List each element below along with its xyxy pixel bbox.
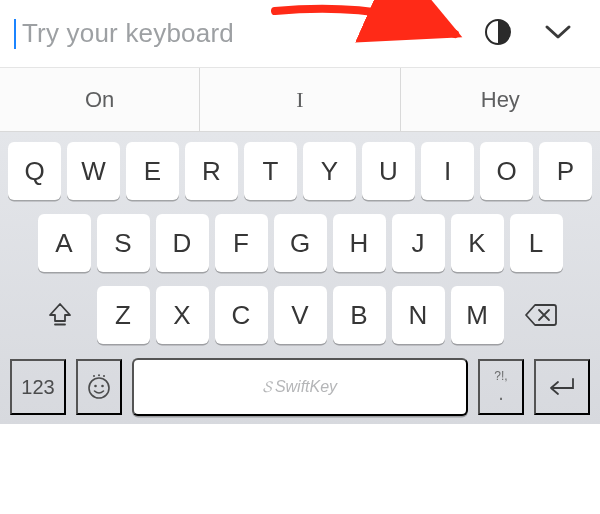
key-b[interactable]: B (333, 286, 386, 344)
svg-point-5 (93, 375, 95, 377)
key-i[interactable]: I (421, 142, 474, 200)
key-n[interactable]: N (392, 286, 445, 344)
key-h[interactable]: H (333, 214, 386, 272)
shift-icon (46, 301, 74, 329)
return-key[interactable] (534, 359, 590, 415)
key-v[interactable]: V (274, 286, 327, 344)
backspace-icon (524, 302, 558, 328)
suggestion-item[interactable]: Hey (400, 68, 600, 131)
key-y[interactable]: Y (303, 142, 356, 200)
punctuation-key[interactable]: ?!, . (478, 359, 524, 415)
space-key[interactable]: SwiftKey (132, 358, 468, 416)
key-row-2: A S D F G H J K L (4, 214, 596, 272)
key-x[interactable]: X (156, 286, 209, 344)
key-p[interactable]: P (539, 142, 592, 200)
backspace-key[interactable] (510, 286, 572, 344)
key-q[interactable]: Q (8, 142, 61, 200)
space-brand-label: SwiftKey (263, 378, 337, 396)
contrast-icon[interactable] (484, 18, 512, 50)
numeric-key[interactable]: 123 (10, 359, 66, 415)
key-row-1: Q W E R T Y U I O P (4, 142, 596, 200)
svg-point-6 (98, 374, 100, 376)
svg-point-3 (94, 385, 97, 388)
emoji-key[interactable] (76, 359, 122, 415)
key-f[interactable]: F (215, 214, 268, 272)
key-m[interactable]: M (451, 286, 504, 344)
suggestion-bar: On I Hey (0, 68, 600, 132)
chevron-down-icon[interactable] (538, 19, 578, 49)
shift-key[interactable] (29, 286, 91, 344)
suggestion-item[interactable]: On (0, 68, 199, 131)
text-caret (14, 19, 16, 49)
keyboard-try-input[interactable]: Try your keyboard (22, 18, 484, 49)
return-icon (545, 374, 579, 400)
key-e[interactable]: E (126, 142, 179, 200)
key-row-4: 123 SwiftKey ?!, . (4, 358, 596, 418)
key-g[interactable]: G (274, 214, 327, 272)
key-d[interactable]: D (156, 214, 209, 272)
key-row-3: Z X C V B N M (4, 286, 596, 344)
keyboard: Q W E R T Y U I O P A S D F G H J K L Z … (0, 132, 600, 424)
punct-main: . (498, 382, 504, 404)
key-l[interactable]: L (510, 214, 563, 272)
emoji-icon (85, 373, 113, 401)
key-j[interactable]: J (392, 214, 445, 272)
svg-point-4 (101, 385, 104, 388)
input-header: Try your keyboard (0, 0, 600, 68)
key-w[interactable]: W (67, 142, 120, 200)
key-t[interactable]: T (244, 142, 297, 200)
key-c[interactable]: C (215, 286, 268, 344)
svg-point-7 (103, 375, 105, 377)
header-icons (484, 18, 586, 50)
svg-point-2 (89, 378, 109, 398)
suggestion-item[interactable]: I (199, 68, 399, 131)
key-k[interactable]: K (451, 214, 504, 272)
key-u[interactable]: U (362, 142, 415, 200)
key-s[interactable]: S (97, 214, 150, 272)
key-a[interactable]: A (38, 214, 91, 272)
key-o[interactable]: O (480, 142, 533, 200)
key-r[interactable]: R (185, 142, 238, 200)
key-z[interactable]: Z (97, 286, 150, 344)
